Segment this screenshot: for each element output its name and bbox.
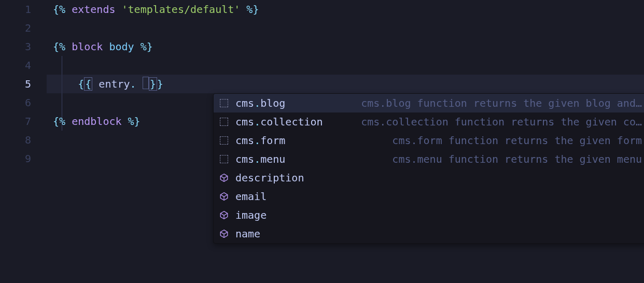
field-icon <box>219 191 229 202</box>
code-line[interactable]: {% block body %} <box>47 37 644 56</box>
suggestion-item[interactable]: cms.blogcms.blog function returns the gi… <box>214 94 644 112</box>
code-content[interactable]: {% extends 'templates/default' %} {% blo… <box>47 0 644 283</box>
field-icon <box>219 229 229 239</box>
twig-delimiter: {% <box>53 40 65 53</box>
twig-identifier: body <box>109 40 134 53</box>
snippet-icon <box>219 117 229 127</box>
code-line-active[interactable]: {{ entry. }} <box>47 75 644 93</box>
twig-keyword: extends <box>72 3 115 16</box>
dot-operator: . <box>130 78 136 90</box>
line-number: 9 <box>0 149 31 168</box>
suggestion-description: cms.blog function returns the given blog… <box>351 94 642 112</box>
twig-delimiter: %} <box>246 3 259 16</box>
line-number: 4 <box>0 56 31 75</box>
line-number: 8 <box>0 131 31 149</box>
suggestion-label: image <box>235 206 267 224</box>
code-line[interactable]: {% extends 'templates/default' %} <box>47 0 644 19</box>
snippet-icon <box>219 154 229 164</box>
code-line-empty[interactable] <box>47 19 644 37</box>
line-number: 1 <box>0 0 31 19</box>
twig-output-close: }} <box>149 77 163 91</box>
twig-delimiter: %} <box>128 115 141 128</box>
suggestion-item[interactable]: description <box>214 168 644 187</box>
field-icon <box>219 210 229 220</box>
suggestion-item[interactable]: name <box>214 224 644 243</box>
twig-variable: entry <box>99 78 130 90</box>
autocomplete-popup[interactable]: cms.blogcms.blog function returns the gi… <box>213 93 644 244</box>
code-line-empty[interactable] <box>47 56 644 75</box>
twig-keyword: endblock <box>72 115 121 128</box>
line-number-active: 5 <box>0 75 31 93</box>
text-cursor <box>143 77 149 89</box>
code-editor[interactable]: 1 2 3 4 5 6 7 8 9 {% extends 'templates/… <box>0 0 644 283</box>
suggestion-label: name <box>235 224 260 243</box>
suggestion-item[interactable]: cms.formcms.form function returns the gi… <box>214 131 644 150</box>
suggestion-item[interactable]: cms.menucms.menu function returns the gi… <box>214 150 644 168</box>
suggestion-description: cms.form function returns the given form <box>382 131 642 150</box>
suggestion-label: cms.menu <box>235 150 285 168</box>
snippet-icon <box>219 98 229 108</box>
line-number-gutter: 1 2 3 4 5 6 7 8 9 <box>0 0 47 283</box>
twig-delimiter: {% <box>53 3 65 16</box>
field-icon <box>219 173 229 183</box>
twig-delimiter: {% <box>53 115 65 128</box>
suggestion-item[interactable]: cms.collectioncms.collection function re… <box>214 112 644 131</box>
suggestion-description: cms.menu function returns the given menu <box>382 150 642 168</box>
line-number: 6 <box>0 93 31 112</box>
snippet-icon <box>219 135 229 146</box>
line-number: 3 <box>0 37 31 56</box>
line-number: 7 <box>0 112 31 131</box>
suggestion-item[interactable]: email <box>214 187 644 206</box>
suggestion-description: cms.collection function returns the give… <box>351 112 642 131</box>
twig-keyword: block <box>72 40 103 53</box>
suggestion-label: cms.collection <box>235 112 323 131</box>
suggestion-item[interactable]: image <box>214 206 644 224</box>
twig-delimiter: %} <box>141 40 153 53</box>
suggestion-label: cms.blog <box>235 94 285 112</box>
suggestion-label: cms.form <box>235 131 285 150</box>
line-number: 2 <box>0 19 31 37</box>
twig-output-open: {{ <box>78 77 92 91</box>
twig-string: 'templates/default' <box>122 3 241 16</box>
suggestion-label: email <box>235 187 267 206</box>
suggestion-label: description <box>235 168 304 187</box>
